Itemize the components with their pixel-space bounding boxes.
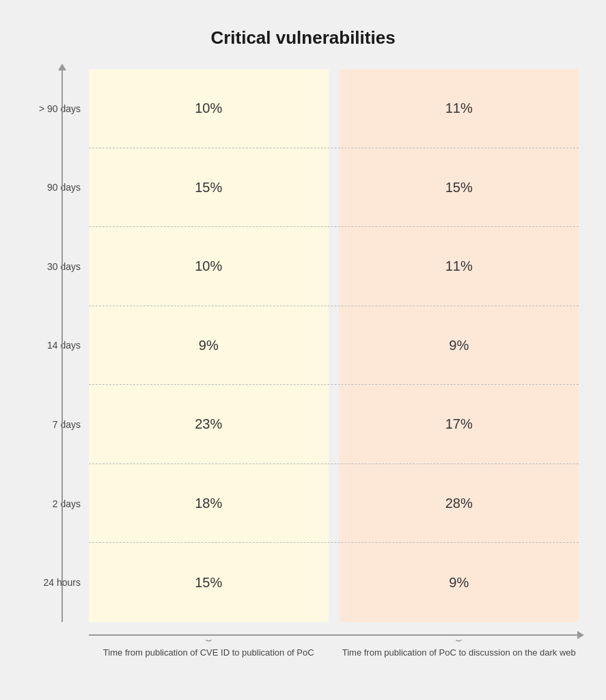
y-label-3: 14 days: [27, 306, 89, 386]
x-axis-arrow: [89, 634, 579, 636]
cell-left-2: 10%: [89, 227, 329, 306]
y-label-4: 7 days: [27, 385, 89, 464]
grid-row-3: 9%9%: [89, 306, 579, 386]
cell-right-3: 9%: [340, 306, 579, 386]
cell-left-0: 10%: [89, 69, 329, 148]
chart-container: Critical vulnerabilities > 90 days90 day…: [0, 0, 606, 700]
x-label-gap: [329, 634, 340, 659]
y-label-1: 90 days: [27, 148, 89, 228]
grid-row-6: 15%9%: [89, 543, 579, 622]
cell-right-5: 28%: [340, 464, 579, 543]
grid-row-5: 18%28%: [89, 464, 579, 543]
cell-left-3: 9%: [89, 306, 329, 386]
cell-left-4: 23%: [89, 385, 329, 464]
x-label-right: ⌣ Time from publication of PoC to discus…: [340, 634, 579, 659]
x-labels-row: ⌣ Time from publication of CVE ID to pub…: [27, 634, 579, 659]
y-axis: > 90 days90 days30 days14 days7 days2 da…: [27, 69, 89, 622]
cell-right-1: 15%: [340, 148, 579, 228]
y-label-5: 2 days: [27, 464, 89, 543]
cell-right-6: 9%: [340, 543, 579, 622]
cell-left-5: 18%: [89, 464, 329, 543]
grid-row-1: 15%15%: [89, 148, 579, 228]
chart-area: > 90 days90 days30 days14 days7 days2 da…: [27, 69, 579, 622]
cell-right-2: 11%: [340, 227, 579, 306]
cell-left-1: 15%: [89, 148, 329, 228]
y-label-2: 30 days: [27, 227, 89, 306]
x-axis-area: ⌣ Time from publication of CVE ID to pub…: [27, 628, 579, 659]
y-labels: > 90 days90 days30 days14 days7 days2 da…: [27, 69, 89, 622]
grid-row-0: 10%11%: [89, 69, 579, 148]
x-label-left: ⌣ Time from publication of CVE ID to pub…: [89, 634, 329, 659]
cell-right-0: 11%: [340, 69, 579, 148]
grid-row-4: 23%17%: [89, 385, 579, 464]
grid-area: 10%11%15%15%10%11%9%9%23%17%18%28%15%9%: [89, 69, 579, 622]
y-label-6: 24 hours: [27, 543, 89, 622]
grid-row-2: 10%11%: [89, 227, 579, 306]
cell-right-4: 17%: [340, 385, 579, 464]
cell-left-6: 15%: [89, 543, 329, 622]
y-label-0: > 90 days: [27, 69, 89, 148]
y-axis-arrow: [61, 69, 63, 622]
chart-title: Critical vulnerabilities: [210, 27, 395, 49]
